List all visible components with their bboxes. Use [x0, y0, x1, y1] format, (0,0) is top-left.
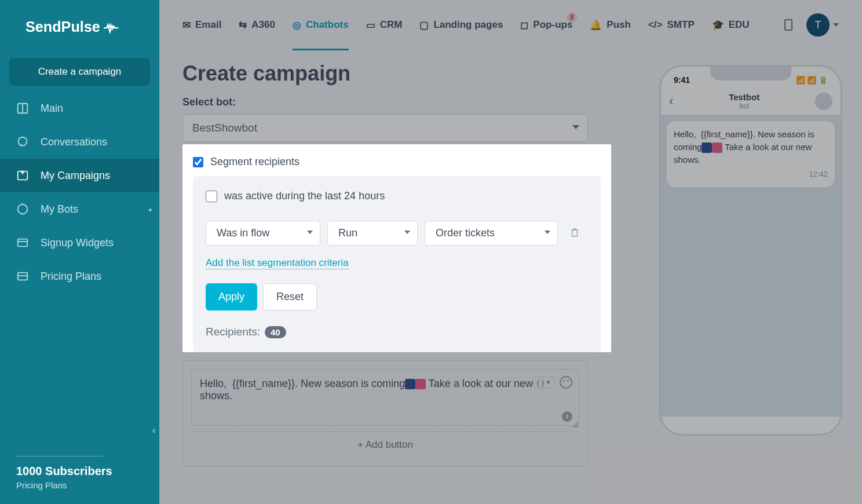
phone-chat-area: Hello, {{first_name}}. New season is com… — [661, 115, 841, 417]
phone-bot-avatar — [815, 93, 832, 110]
subscribers-footer: 1000 Subscribers Pricing Plans — [0, 448, 159, 504]
campaign-icon — [16, 169, 29, 182]
filter-field-select[interactable]: Was in flow — [206, 221, 320, 246]
recipients-label: Recipients: — [206, 326, 260, 338]
filter-operator-select[interactable]: Run — [327, 221, 418, 246]
edu-icon: 🎓 — [712, 19, 724, 31]
push-icon: 🔔 — [590, 19, 602, 31]
subscriber-count: 1000 Subscribers — [16, 465, 143, 478]
apply-button[interactable]: Apply — [206, 283, 257, 311]
add-criteria-link[interactable]: Add the list segmentation criteria — [206, 257, 349, 269]
svg-rect-6 — [18, 239, 28, 247]
nav-chatbots[interactable]: ◎Chatbots — [293, 19, 349, 50]
chevron-down-icon[interactable] — [833, 23, 839, 27]
active-24h-checkbox[interactable] — [206, 191, 217, 202]
phone-preview: 9:41 📶 📶 🔋 ‹ Testbot bot Hello, {{first_… — [659, 65, 842, 436]
phone-status-icons: 📶 📶 🔋 — [796, 76, 828, 85]
nav-push[interactable]: 🔔Push — [590, 19, 631, 31]
smtp-icon: </> — [648, 19, 663, 31]
sidebar-item-label: Signup Widgets — [41, 237, 114, 249]
main-area: ✉Email ⇆A360 ◎Chatbots ▭CRM ▢Landing pag… — [159, 0, 862, 504]
chevron-down-icon — [307, 231, 313, 234]
segment-criteria-box: was active during the last 24 hours Was … — [193, 176, 601, 352]
sidebar: SendPulse Create a campaign Main Convers… — [0, 0, 159, 504]
user-avatar[interactable]: T — [806, 13, 830, 36]
popup-icon: ◻ — [520, 19, 528, 31]
sidebar-item-main[interactable]: Main — [0, 92, 159, 125]
emoji-picker-button[interactable] — [560, 376, 572, 389]
segment-panel: Segment recipients was active during the… — [182, 144, 611, 352]
top-nav: ✉Email ⇆A360 ◎Chatbots ▭CRM ▢Landing pag… — [159, 0, 862, 50]
sidebar-item-label: Conversations — [41, 136, 107, 148]
svg-point-5 — [18, 204, 28, 214]
emoji-theater-icon — [702, 143, 712, 153]
crm-icon: ▭ — [366, 19, 375, 31]
insert-variable-button[interactable]: { } ▼ — [533, 377, 555, 389]
svg-point-3 — [19, 137, 27, 146]
phone-back-button[interactable]: ‹ — [669, 94, 673, 109]
mobile-icon[interactable] — [784, 19, 792, 31]
emoji-circus-icon — [415, 379, 426, 389]
sidebar-item-my-campaigns[interactable]: My Campaigns — [0, 159, 159, 192]
phone-notch — [710, 67, 791, 81]
columns-icon — [16, 102, 29, 115]
chevron-down-icon — [572, 125, 579, 129]
segment-recipients-label: Segment recipients — [210, 156, 299, 168]
sidebar-item-conversations[interactable]: Conversations — [0, 125, 159, 159]
nav-smtp[interactable]: </>SMTP — [648, 19, 695, 31]
phone-bot-subtitle: bot — [673, 102, 815, 110]
nav-email[interactable]: ✉Email — [182, 19, 221, 31]
svg-text:SendPulse: SendPulse — [25, 19, 100, 35]
landing-icon: ▢ — [419, 19, 429, 31]
chevron-down-icon — [404, 231, 410, 234]
brand-logo[interactable]: SendPulse — [0, 0, 159, 52]
sidebar-item-signup-widgets[interactable]: Signup Widgets — [0, 226, 159, 260]
message-textarea[interactable]: Hello, {{first_name}}. New season is com… — [191, 369, 579, 426]
nav-a360[interactable]: ⇆A360 — [239, 19, 275, 31]
message-editor-panel: Hello, {{first_name}}. New season is com… — [182, 360, 588, 466]
recipients-count: 40 — [265, 326, 286, 338]
nav-popups[interactable]: ◻Pop-upsβ — [520, 19, 572, 31]
sidebar-collapse-handle[interactable]: ‹ — [149, 423, 159, 438]
mail-icon: ✉ — [182, 19, 191, 31]
emoji-circus-icon — [712, 143, 722, 153]
nav-crm[interactable]: ▭CRM — [366, 19, 403, 31]
pricing-plans-link[interactable]: Pricing Plans — [16, 480, 143, 490]
beta-badge: β — [567, 12, 577, 23]
segment-recipients-checkbox[interactable] — [193, 157, 203, 167]
chat-icon — [16, 136, 29, 148]
sidebar-item-label: My Campaigns — [41, 170, 110, 182]
sidebar-item-my-bots[interactable]: My Bots ◂ — [0, 192, 159, 226]
chevron-left-icon: ◂ — [148, 206, 150, 213]
widget-icon — [16, 236, 29, 249]
nav-landing-pages[interactable]: ▢Landing pages — [419, 19, 503, 31]
chatbot-icon: ◎ — [293, 19, 301, 31]
filter-value-select[interactable]: Order tickets — [425, 221, 558, 246]
info-icon[interactable]: i — [562, 411, 572, 422]
pricing-icon — [16, 270, 29, 283]
sidebar-item-label: My Bots — [41, 203, 78, 216]
bubble-time: 12:42 — [674, 169, 828, 180]
sidebar-item-pricing-plans[interactable]: Pricing Plans — [0, 260, 159, 293]
bot-icon — [16, 203, 29, 216]
sidebar-item-label: Main — [41, 103, 63, 115]
bot-select[interactable]: BestShowbot — [182, 114, 588, 142]
create-campaign-button[interactable]: Create a campaign — [9, 58, 150, 86]
delete-filter-button[interactable] — [569, 227, 580, 240]
chat-bubble: Hello, {{first_name}}. New season is com… — [667, 121, 835, 187]
sidebar-item-label: Pricing Plans — [41, 271, 101, 283]
emoji-theater-icon — [405, 379, 415, 389]
reset-button[interactable]: Reset — [263, 283, 317, 311]
resize-handle[interactable] — [572, 422, 578, 428]
a360-icon: ⇆ — [239, 19, 247, 31]
phone-time: 9:41 — [674, 75, 690, 85]
nav-edu[interactable]: 🎓EDU — [712, 19, 750, 31]
active-24h-label: was active during the last 24 hours — [224, 190, 385, 202]
phone-bot-name: Testbot — [673, 92, 815, 102]
chevron-down-icon — [545, 231, 550, 234]
add-button-link[interactable]: + Add button — [191, 432, 579, 458]
